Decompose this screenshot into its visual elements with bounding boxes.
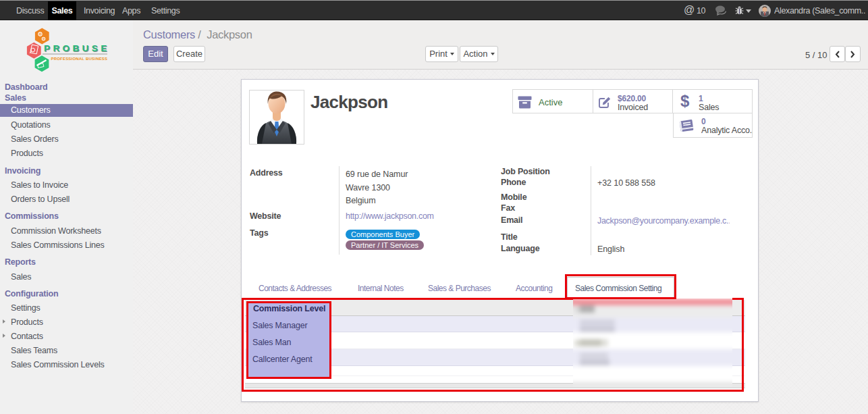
svg-text:PROFESSIONAL BUSINESS: PROFESSIONAL BUSINESS xyxy=(51,57,108,61)
svg-text:PROBUSE: PROBUSE xyxy=(44,43,110,53)
